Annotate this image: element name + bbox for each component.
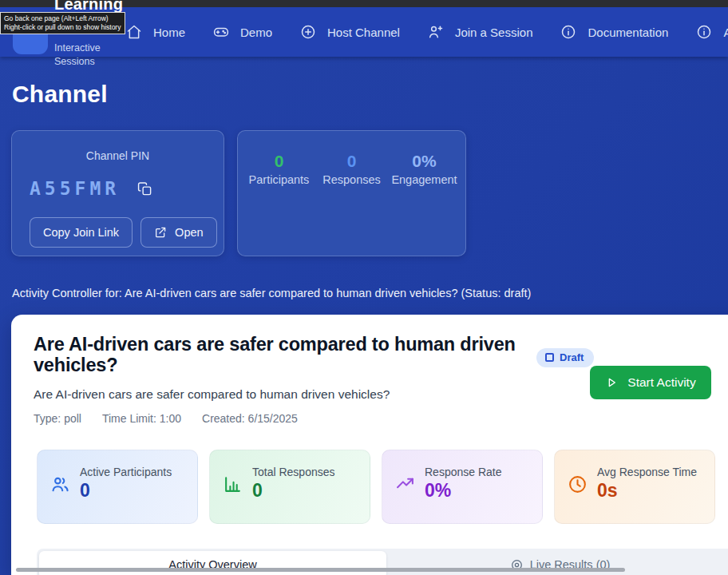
active-participants-card: Active Participants 0 <box>37 450 198 524</box>
stat-value: 0 <box>252 480 335 502</box>
open-channel-button[interactable]: Open <box>140 217 216 248</box>
nav-item-label: Documentation <box>588 26 668 39</box>
responses-stat: 0 Responses <box>315 152 388 186</box>
nav-item-home[interactable]: Home <box>126 24 185 40</box>
participants-value: 0 <box>243 152 315 171</box>
nav-item-label: Home <box>153 26 185 39</box>
status-badge-label: Draft <box>560 351 584 363</box>
nav-item-join-session[interactable]: Join a Session <box>428 24 533 40</box>
activity-title: Are AI-driven cars are safer compared to… <box>34 334 532 375</box>
stat-value: 0 <box>80 480 172 502</box>
user-plus-icon <box>428 24 444 40</box>
nav-menu: Home Demo Host Channel Join a Session Do… <box>126 7 728 57</box>
info-circle-icon <box>560 24 576 40</box>
nav-item-label: Host Channel <box>327 26 400 39</box>
activity-meta: Type: poll Time Limit: 1:00 Created: 6/1… <box>34 412 298 425</box>
nav-item-label: Demo <box>240 26 272 39</box>
meta-created: Created: 6/15/2025 <box>202 412 298 425</box>
external-link-icon <box>154 226 167 239</box>
copy-join-link-label: Copy Join Link <box>43 226 119 239</box>
trending-up-icon <box>395 474 415 494</box>
channel-pin-value: A55FMR <box>30 178 120 199</box>
meta-time-limit: Time Limit: 1:00 <box>102 412 181 425</box>
responses-label: Responses <box>315 173 388 186</box>
total-responses-card: Total Responses 0 <box>209 450 370 524</box>
gamepad-icon <box>213 24 229 40</box>
back-button-tooltip: Go back one page (Alt+Left Arrow) Right-… <box>0 12 125 34</box>
home-icon <box>126 24 142 40</box>
avg-response-time-card: Avg Response Time 0s <box>554 450 715 524</box>
tooltip-line: Right-click or pull down to show history <box>4 23 121 32</box>
copy-join-link-button[interactable]: Copy Join Link <box>30 217 133 248</box>
engagement-stat: 0% Engagement <box>388 152 461 186</box>
brand-subtitle: Interactive Sessions <box>54 42 101 69</box>
copy-icon <box>137 181 152 196</box>
responses-value: 0 <box>315 152 388 171</box>
stat-label: Total Responses <box>252 466 335 478</box>
users-icon <box>50 474 70 494</box>
stat-label: Avg Response Time <box>597 466 697 478</box>
copy-pin-button[interactable] <box>137 181 152 196</box>
play-icon <box>605 376 618 389</box>
nav-item-documentation[interactable]: Documentation <box>560 24 668 40</box>
start-activity-label: Start Activity <box>627 375 695 390</box>
nav-item-demo[interactable]: Demo <box>213 24 272 40</box>
brand-subtitle-line: Sessions <box>54 55 101 69</box>
channel-pin-label: Channel PIN <box>12 149 224 162</box>
stat-value: 0s <box>597 480 697 502</box>
participants-label: Participants <box>243 173 315 186</box>
start-activity-button[interactable]: Start Activity <box>590 366 711 399</box>
draft-square-icon <box>545 353 554 362</box>
activity-card: Are AI-driven cars are safer compared to… <box>11 315 728 575</box>
horizontal-scrollbar-thumb[interactable] <box>16 568 625 572</box>
open-button-label: Open <box>175 226 203 239</box>
nav-item-about[interactable]: About <box>696 24 728 40</box>
engagement-label: Engagement <box>388 173 461 186</box>
activity-controller-caption: Activity Controller for: Are AI-driven c… <box>12 287 531 299</box>
clock-icon <box>568 474 588 494</box>
nav-item-host-channel[interactable]: Host Channel <box>300 24 400 40</box>
engagement-value: 0% <box>388 152 461 171</box>
stat-value: 0% <box>425 480 502 502</box>
activity-stat-grid: Active Participants 0 Total Responses 0 … <box>37 450 715 524</box>
plus-circle-icon <box>300 24 316 40</box>
stat-label: Active Participants <box>80 466 172 478</box>
nav-item-label: About <box>723 26 728 39</box>
page-title: Channel <box>12 81 108 108</box>
brand-subtitle-line: Interactive <box>54 42 101 55</box>
bar-chart-icon <box>223 474 243 494</box>
activity-description: Are AI-driven cars are safer compared to… <box>34 387 390 402</box>
response-rate-card: Response Rate 0% <box>382 450 543 524</box>
channel-pin-card: Channel PIN A55FMR Copy Join Link Open <box>11 130 224 256</box>
tooltip-line: Go back one page (Alt+Left Arrow) <box>4 14 121 23</box>
info-circle-icon <box>696 24 712 40</box>
status-badge: Draft <box>536 348 594 367</box>
meta-type: Type: poll <box>34 412 81 425</box>
stat-label: Response Rate <box>425 466 502 478</box>
session-stats-card: 0 Participants 0 Responses 0% Engagement <box>237 130 466 256</box>
nav-item-label: Join a Session <box>455 26 533 39</box>
participants-stat: 0 Participants <box>243 152 315 186</box>
